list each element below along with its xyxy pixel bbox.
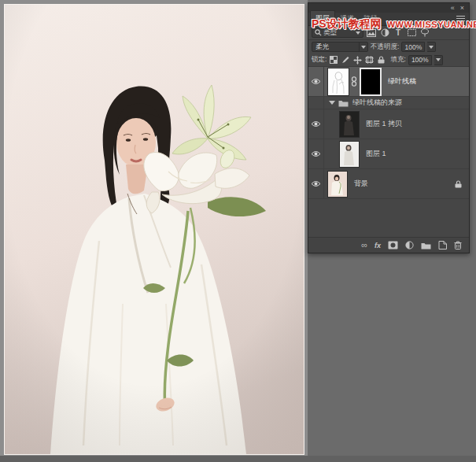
watermark-url: WWW.MISSYUAN.NET (387, 20, 476, 29)
lock-row: 锁定: 填充: 100% (308, 54, 469, 67)
lock-pixels-icon[interactable] (341, 55, 350, 65)
layer-thumbnail-sketch[interactable] (327, 68, 349, 96)
chevron-down-icon (359, 43, 367, 51)
panel-bottom-toolbar: ∞ fx (308, 237, 469, 253)
blend-mode-row: 柔光 不透明度: 100% (308, 40, 469, 54)
photo-illustration (5, 5, 304, 454)
layer-row-layer1-copy[interactable]: 图层 1 拷贝 (308, 109, 469, 139)
lock-label: 锁定: (312, 55, 327, 65)
mask-link-icon[interactable] (349, 76, 358, 87)
link-layers-icon[interactable]: ∞ (361, 241, 367, 249)
background-lock-icon (455, 180, 462, 188)
group-row-source[interactable]: 绿叶线稿的来源 (308, 97, 469, 109)
folder-icon (338, 99, 349, 107)
layers-list-empty-area (308, 199, 469, 237)
blend-mode-value: 柔光 (315, 43, 359, 52)
new-layer-icon[interactable] (438, 241, 447, 249)
close-panel-icon[interactable]: × (460, 5, 464, 12)
new-adjustment-layer-icon[interactable] (405, 241, 414, 249)
eye-icon (311, 150, 321, 157)
visibility-toggle[interactable] (308, 169, 324, 198)
eye-icon (311, 120, 321, 128)
group-expand-icon[interactable] (329, 101, 335, 105)
layer-thumbnail-dark[interactable] (339, 111, 360, 138)
bottom-edge-strip (0, 456, 476, 462)
layers-list: 绿叶线稿 绿叶线稿的来源 (308, 67, 469, 237)
layer-style-fx-icon[interactable]: fx (375, 242, 381, 249)
layer-name: 背景 (354, 179, 455, 189)
fill-label: 填充: (390, 55, 405, 65)
photo-of-woman-with-lilies (5, 5, 304, 454)
new-group-icon[interactable] (421, 242, 431, 249)
layer-row-layer1[interactable]: 图层 1 (308, 139, 469, 169)
layer-name: 图层 1 (366, 149, 469, 159)
opacity-label: 不透明度: (371, 43, 399, 52)
visibility-toggle[interactable] (308, 67, 324, 96)
layer-name: 图层 1 拷贝 (366, 119, 469, 129)
visibility-toggle[interactable] (308, 139, 324, 168)
photo-frame (0, 0, 308, 462)
group-name: 绿叶线稿的来源 (352, 98, 469, 108)
lock-transparency-icon[interactable] (329, 55, 338, 65)
fill-value[interactable]: 100% (408, 55, 432, 65)
layers-panel: « × 图层 通道 路径 类型 (308, 2, 470, 253)
layer-thumbnail-light[interactable] (339, 141, 360, 168)
delete-layer-icon[interactable] (454, 241, 462, 249)
chevron-down-icon (356, 31, 360, 35)
layer-thumbnail-photo[interactable] (327, 171, 348, 198)
opacity-value[interactable]: 100% (401, 42, 425, 52)
watermark-site-name: PS设计教程网 (312, 17, 382, 31)
fill-dropdown-icon[interactable] (434, 55, 443, 65)
lock-all-icon[interactable] (376, 55, 386, 65)
visibility-toggle-off[interactable] (308, 97, 324, 109)
eye-icon (311, 78, 321, 85)
opacity-dropdown-icon[interactable] (427, 42, 436, 52)
screenshot-root: « × 图层 通道 路径 类型 (0, 0, 476, 462)
layer-name: 绿叶线稿 (388, 76, 469, 87)
layer-mask-thumbnail-black[interactable] (360, 68, 382, 96)
add-layer-mask-icon[interactable] (388, 241, 398, 249)
blend-mode-select[interactable]: 柔光 (312, 42, 368, 52)
lock-artboard-icon[interactable] (364, 55, 374, 65)
collapse-panel-icon[interactable]: « (451, 5, 455, 12)
visibility-toggle[interactable] (308, 109, 324, 139)
watermark: PS设计教程网 WWW.MISSYUAN.NET (312, 17, 476, 31)
layer-row-background[interactable]: 背景 (308, 169, 469, 199)
layer-row-luyexiangao[interactable]: 绿叶线稿 (308, 67, 469, 97)
eye-icon (311, 180, 321, 187)
lock-position-icon[interactable] (352, 55, 362, 65)
